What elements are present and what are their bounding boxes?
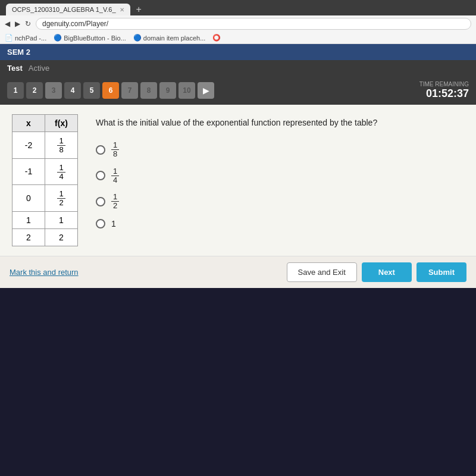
bookmark-4[interactable]: ⭕	[212, 34, 221, 42]
question-nav: 1 2 3 4 5 6 7 8 9 10 ▶ TIME REMAINING 01…	[0, 76, 476, 105]
time-value: 01:52:37	[419, 87, 469, 100]
browser-chrome: OCPS_1200310_ALGEBRA 1_V.6_ ✕ +	[0, 0, 476, 15]
back-icon[interactable]: ◀	[5, 20, 10, 28]
nav-btn-6[interactable]: 6	[102, 82, 119, 99]
nav-next-arrow[interactable]: ▶	[198, 82, 214, 99]
cell-fx-3: 1 2	[45, 185, 78, 212]
section-status: Active	[29, 64, 49, 73]
save-exit-button[interactable]: Save and Exit	[287, 262, 357, 282]
bookmark-icon-4: ⭕	[212, 34, 221, 42]
table-row: -1 1 4	[12, 158, 78, 185]
address-bar-row: ◀ ▶ ↻	[0, 15, 476, 32]
nav-btn-2[interactable]: 2	[26, 82, 43, 99]
answer-option-c[interactable]: 1 2	[96, 193, 464, 211]
answer-options: 1 8 1 4 1 2	[96, 141, 464, 228]
nav-btn-8: 8	[140, 82, 157, 99]
bookmark-icon-1: 📄	[5, 34, 13, 42]
section-label: Test	[7, 64, 23, 73]
cell-fx-4: 1	[45, 211, 78, 228]
nav-btn-1[interactable]: 1	[7, 82, 24, 99]
nav-btn-4[interactable]: 4	[64, 82, 81, 99]
fraction-1-2: 1 2	[57, 190, 65, 208]
new-tab-icon[interactable]: +	[133, 4, 145, 15]
bookmarks-bar: 📄 nchPad -... 🔵 BigBlueButton - Bio... 🔵…	[0, 32, 476, 44]
time-label: TIME REMAINING	[419, 81, 469, 87]
bookmark-2[interactable]: 🔵 BigBlueButton - Bio...	[54, 34, 126, 42]
table-row: 0 1 2	[12, 185, 78, 212]
question-section: What is the initial value of the exponen…	[96, 114, 464, 246]
answer-fraction-c: 1 2	[111, 193, 119, 211]
tab-bar: OCPS_1200310_ALGEBRA 1_V.6_ ✕ +	[6, 4, 470, 15]
submit-button[interactable]: Submit	[416, 262, 466, 282]
answer-option-a[interactable]: 1 8	[96, 141, 464, 159]
bookmark-label-2: BigBlueButton - Bio...	[64, 35, 126, 42]
refresh-icon[interactable]: ↻	[25, 20, 31, 28]
content-area: x f(x) -2 1 8	[0, 105, 476, 256]
cell-x-4: 1	[12, 211, 45, 228]
function-table: x f(x) -2 1 8	[12, 114, 78, 246]
answer-fraction-a: 1 8	[111, 141, 119, 159]
fraction-1-8: 1 8	[57, 137, 65, 155]
radio-a[interactable]	[96, 145, 105, 155]
table-section: x f(x) -2 1 8	[12, 114, 78, 246]
bookmark-label-3: domain item placeh...	[143, 35, 206, 42]
bookmark-label-1: nchPad -...	[15, 35, 46, 42]
bookmark-icon-3: 🔵	[133, 34, 142, 42]
radio-c[interactable]	[96, 197, 105, 206]
footer: Mark this and return Save and Exit Next …	[0, 256, 476, 288]
cell-fx-1: 1 8	[45, 132, 78, 159]
table-row: 1 1	[12, 211, 78, 228]
content-wrapper: x f(x) -2 1 8	[0, 105, 476, 288]
col-fx-header: f(x)	[45, 115, 78, 132]
nav-btn-10: 10	[178, 82, 195, 99]
course-label: SEM 2	[7, 48, 30, 57]
nav-btn-5[interactable]: 5	[83, 82, 100, 99]
bookmark-3[interactable]: 🔵 domain item placeh...	[133, 34, 206, 42]
answer-option-b[interactable]: 1 4	[96, 167, 464, 185]
time-remaining: TIME REMAINING 01:52:37	[419, 81, 469, 100]
radio-b[interactable]	[96, 171, 105, 180]
next-button[interactable]: Next	[362, 262, 412, 282]
tab-title: OCPS_1200310_ALGEBRA 1_V.6_	[12, 6, 116, 13]
nav-btn-3: 3	[45, 82, 62, 99]
mark-return-button[interactable]: Mark this and return	[10, 268, 79, 277]
forward-icon[interactable]: ▶	[15, 20, 20, 28]
test-header: Test Active	[0, 60, 476, 76]
nav-btn-9: 9	[159, 82, 176, 99]
app-header: SEM 2	[0, 44, 476, 60]
cell-fx-5: 2	[45, 228, 78, 246]
bookmark-icon-2: 🔵	[54, 34, 62, 42]
cell-x-1: -2	[12, 132, 45, 159]
tab-close-icon[interactable]: ✕	[120, 7, 124, 13]
nav-btn-7: 7	[121, 82, 138, 99]
cell-x-3: 0	[12, 185, 45, 212]
cell-x-2: -1	[12, 158, 45, 185]
address-input[interactable]	[36, 18, 471, 30]
answer-fraction-b: 1 4	[111, 167, 119, 185]
bookmark-1[interactable]: 📄 nchPad -...	[5, 34, 46, 42]
table-row: 2 2	[12, 228, 78, 246]
answer-option-d[interactable]: 1	[96, 219, 464, 228]
answer-text-d: 1	[111, 219, 116, 228]
cell-fx-2: 1 4	[45, 158, 78, 185]
fraction-1-4: 1 4	[57, 164, 65, 181]
table-row: -2 1 8	[12, 132, 78, 159]
nav-numbers: 1 2 3 4 5 6 7 8 9 10 ▶	[7, 82, 214, 99]
radio-d[interactable]	[96, 219, 105, 228]
cell-x-5: 2	[12, 228, 45, 246]
footer-buttons: Save and Exit Next Submit	[287, 262, 466, 282]
active-tab[interactable]: OCPS_1200310_ALGEBRA 1_V.6_ ✕	[6, 4, 130, 15]
col-x-header: x	[12, 115, 45, 132]
question-text: What is the initial value of the exponen…	[96, 117, 464, 129]
